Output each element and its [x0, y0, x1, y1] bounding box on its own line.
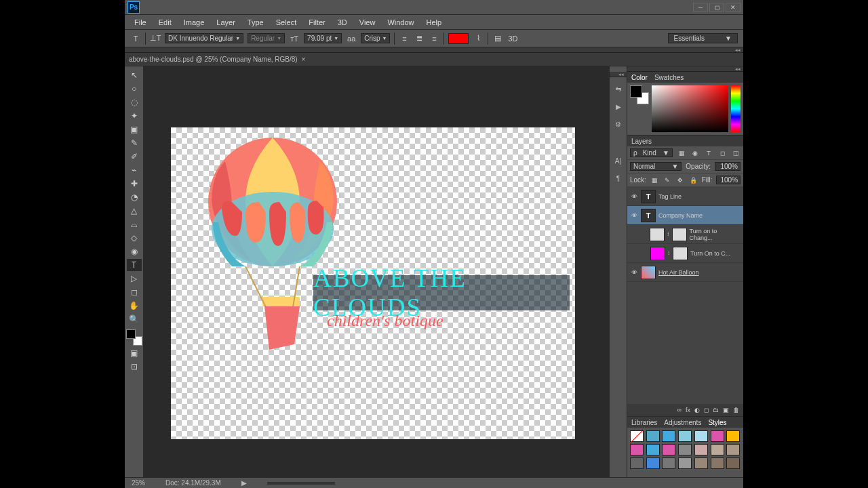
tool-move[interactable]: ↖: [127, 69, 142, 81]
layer-row[interactable]: ⁞Turn On to C...: [627, 244, 743, 263]
menu-view[interactable]: View: [354, 17, 381, 28]
style-swatch[interactable]: [726, 458, 740, 469]
tool-wand[interactable]: ✦: [127, 110, 142, 122]
tool-history[interactable]: ◔: [127, 191, 142, 203]
align-left-icon[interactable]: ≡: [399, 33, 410, 44]
tab-close-icon[interactable]: ×: [302, 56, 306, 63]
menu-image[interactable]: Image: [178, 17, 210, 28]
warp-text-icon[interactable]: ⌇: [473, 33, 484, 44]
tool-path[interactable]: ▷: [127, 272, 142, 285]
tab-styles[interactable]: Styles: [708, 419, 726, 426]
hue-slider[interactable]: [731, 85, 741, 132]
history-icon[interactable]: ⇆: [612, 83, 625, 95]
lock-pixels-icon[interactable]: ▦: [650, 176, 659, 185]
visibility-icon[interactable]: 👁: [630, 211, 638, 220]
tool-lasso[interactable]: ◌: [127, 96, 142, 108]
tool-blur[interactable]: ◇: [127, 232, 142, 244]
fx-icon[interactable]: fx: [686, 407, 690, 413]
style-swatch[interactable]: [726, 430, 740, 442]
tool-gradient[interactable]: ⌓: [127, 218, 142, 230]
layer-row[interactable]: 👁Hot Air Balloon: [627, 263, 743, 282]
menu-3d[interactable]: 3D: [332, 17, 353, 28]
tool-zoom[interactable]: 🔍: [127, 313, 142, 325]
align-center-icon[interactable]: ≣: [414, 33, 425, 44]
status-caret[interactable]: ▶: [241, 479, 247, 487]
menu-file[interactable]: File: [129, 17, 152, 28]
tool-hand[interactable]: ✋: [127, 300, 142, 312]
close-button[interactable]: ✕: [726, 3, 741, 12]
tool-eraser[interactable]: △: [127, 205, 142, 217]
layer-row[interactable]: 👁TCompany Name: [627, 206, 743, 225]
style-swatch[interactable]: [726, 444, 740, 455]
text-orientation-icon[interactable]: ⊥T: [150, 33, 161, 44]
layer-filter-kind[interactable]: ρ Kind ▼: [630, 148, 673, 157]
style-swatch[interactable]: [630, 458, 644, 469]
visibility-icon[interactable]: [630, 230, 638, 239]
opacity-value[interactable]: 100%: [715, 162, 741, 171]
character-panel-icon[interactable]: ▤: [492, 33, 503, 44]
minimize-button[interactable]: ─: [693, 3, 708, 12]
status-slider[interactable]: [267, 482, 335, 485]
3d-icon[interactable]: 3D: [507, 33, 518, 44]
workspace-selector[interactable]: Essentials▼: [668, 33, 738, 43]
style-swatch[interactable]: [694, 430, 708, 442]
character-icon[interactable]: A|: [612, 155, 625, 167]
tool-type[interactable]: T: [127, 259, 142, 271]
menu-layer[interactable]: Layer: [211, 17, 241, 28]
properties-icon[interactable]: ⚙: [612, 118, 625, 130]
tab-layers[interactable]: Layers: [631, 138, 652, 145]
quick-mask-icon[interactable]: ▣: [127, 347, 142, 359]
fill-value[interactable]: 100%: [716, 176, 741, 184]
font-family-dropdown[interactable]: DK Innuendo Regular▼: [165, 33, 243, 43]
tool-stamp[interactable]: ✚: [127, 178, 142, 190]
adjustment-icon[interactable]: ◻: [704, 407, 709, 413]
tag-line-text[interactable]: children's botique: [327, 312, 443, 330]
tab-adjustments[interactable]: Adjustments: [664, 419, 701, 426]
foreground-background-colors[interactable]: [126, 329, 142, 346]
style-swatch[interactable]: [694, 458, 708, 469]
panel-collapse-mid[interactable]: ◂◂: [610, 72, 627, 77]
new-layer-icon[interactable]: ▣: [723, 407, 729, 413]
filter-shape-icon[interactable]: ◻: [717, 148, 727, 158]
lock-position-icon[interactable]: ✎: [663, 176, 672, 185]
menu-help[interactable]: Help: [421, 17, 448, 28]
tool-marquee[interactable]: ○: [127, 83, 142, 95]
tool-shape[interactable]: ◻: [127, 286, 142, 298]
tab-swatches[interactable]: Swatches: [654, 74, 684, 81]
visibility-icon[interactable]: 👁: [630, 192, 638, 201]
canvas-area[interactable]: ABOVE THE CLOUDS children's botique: [144, 66, 609, 477]
filter-pixel-icon[interactable]: ▦: [677, 148, 686, 158]
text-color-swatch[interactable]: [448, 33, 469, 44]
menu-select[interactable]: Select: [271, 17, 302, 28]
filter-adjust-icon[interactable]: ◉: [690, 148, 700, 158]
tool-brush[interactable]: ⌁: [127, 164, 142, 176]
color-fgbg[interactable]: [630, 85, 649, 104]
tool-dodge[interactable]: ◉: [127, 245, 142, 258]
style-swatch[interactable]: [630, 444, 644, 455]
style-swatch[interactable]: [646, 444, 660, 455]
company-name-text[interactable]: ABOVE THE CLOUDS: [313, 275, 570, 310]
tab-color[interactable]: Color: [631, 74, 648, 81]
style-swatch[interactable]: [678, 430, 692, 442]
layer-row[interactable]: 👁TTag Line: [627, 187, 743, 206]
blend-mode-dropdown[interactable]: Normal▼: [630, 162, 682, 171]
tab-libraries[interactable]: Libraries: [631, 419, 657, 426]
lock-all-icon[interactable]: 🔒: [689, 176, 698, 185]
tool-heal[interactable]: ✐: [127, 150, 142, 163]
style-swatch[interactable]: [694, 444, 708, 455]
style-swatch[interactable]: [662, 430, 675, 442]
filter-type-icon[interactable]: T: [704, 148, 713, 158]
style-swatch[interactable]: [711, 430, 724, 442]
color-field[interactable]: [652, 85, 728, 132]
lock-move-icon[interactable]: ✥: [676, 176, 685, 185]
mask-icon[interactable]: ◐: [694, 407, 700, 413]
panel-collapse-right[interactable]: ◂◂: [627, 66, 743, 72]
style-swatch[interactable]: [630, 430, 644, 442]
menu-window[interactable]: Window: [382, 17, 419, 28]
visibility-icon[interactable]: [630, 249, 638, 258]
link-layers-icon[interactable]: ∞: [677, 407, 682, 413]
layer-row[interactable]: ⁞Turn on to Chang...: [627, 225, 743, 244]
menu-filter[interactable]: Filter: [303, 17, 330, 28]
style-swatch[interactable]: [711, 444, 724, 455]
panel-collapse-left[interactable]: ◂◂: [125, 47, 743, 53]
